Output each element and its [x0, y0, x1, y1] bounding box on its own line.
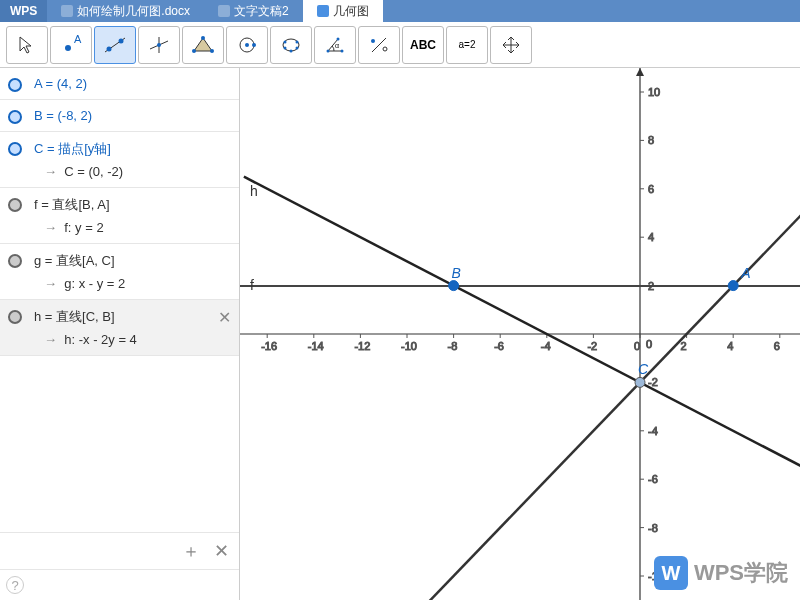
visibility-toggle[interactable] — [8, 254, 22, 268]
svg-text:-2: -2 — [587, 340, 597, 352]
line-label-f: f — [250, 277, 254, 293]
svg-point-10 — [210, 49, 214, 53]
svg-point-16 — [284, 40, 287, 43]
svg-text:-16: -16 — [261, 340, 277, 352]
tab-bar: WPS 如何绘制几何图.docx 文字文稿2 几何图 — [0, 0, 800, 22]
tool-polygon[interactable] — [182, 26, 224, 64]
tool-perpendicular[interactable] — [138, 26, 180, 64]
tool-conic[interactable] — [270, 26, 312, 64]
svg-text:6: 6 — [774, 340, 780, 352]
svg-point-3 — [107, 46, 112, 51]
visibility-toggle[interactable] — [8, 198, 22, 212]
algebra-entry-h[interactable]: h = 直线[C, B]✕→ h: -x - 2y = 4 — [0, 300, 239, 356]
svg-text:-8: -8 — [648, 522, 658, 534]
svg-text:-8: -8 — [448, 340, 458, 352]
svg-point-4 — [119, 38, 124, 43]
tab-geometry[interactable]: 几何图 — [303, 0, 383, 22]
svg-point-22 — [341, 49, 344, 52]
tool-drag[interactable] — [490, 26, 532, 64]
close-icon[interactable]: ✕ — [218, 308, 231, 327]
svg-text:8: 8 — [648, 134, 654, 146]
algebra-entry-b[interactable]: B = (-8, 2) — [0, 100, 239, 132]
app-logo: WPS — [0, 0, 47, 22]
entry-def: C = 描点[y轴] — [34, 141, 111, 156]
svg-text:-10: -10 — [401, 340, 417, 352]
entry-val: h: -x - 2y = 4 — [64, 332, 137, 347]
add-button[interactable]: ＋ — [179, 539, 203, 563]
svg-text:4: 4 — [727, 340, 733, 352]
tool-move[interactable] — [6, 26, 48, 64]
help-icon[interactable]: ? — [6, 576, 24, 594]
tool-circle[interactable] — [226, 26, 268, 64]
svg-marker-32 — [636, 68, 644, 76]
line-label-h: h — [250, 183, 258, 199]
svg-text:10: 10 — [648, 86, 660, 98]
algebra-entry-a[interactable]: A = (4, 2) — [0, 68, 239, 100]
main-area: A = (4, 2) B = (-8, 2) C = 描点[y轴]→ C = (… — [0, 68, 800, 600]
svg-point-13 — [245, 43, 249, 47]
tool-text[interactable]: ABC — [402, 26, 444, 64]
close-button[interactable]: ✕ — [209, 539, 233, 563]
tool-line[interactable] — [94, 26, 136, 64]
tab-doc-1[interactable]: 如何绘制几何图.docx — [47, 0, 204, 22]
point-A[interactable] — [728, 281, 738, 291]
coordinate-plane[interactable]: -16-14-12-10-8-6-4-20246-10-8-6-4-224681… — [240, 68, 800, 600]
doc-icon — [317, 5, 329, 17]
toolbar: A α ABC a=2 — [0, 22, 800, 68]
svg-point-17 — [296, 40, 299, 43]
doc-icon — [61, 5, 73, 17]
visibility-toggle[interactable] — [8, 78, 22, 92]
line-h[interactable] — [244, 177, 800, 467]
svg-text:0: 0 — [634, 340, 640, 352]
tool-reflect[interactable] — [358, 26, 400, 64]
tool-slider[interactable]: a=2 — [446, 26, 488, 64]
visibility-toggle[interactable] — [8, 310, 22, 324]
algebra-sidebar: A = (4, 2) B = (-8, 2) C = 描点[y轴]→ C = (… — [0, 68, 240, 600]
graph-view[interactable]: -16-14-12-10-8-6-4-20246-10-8-6-4-224681… — [240, 68, 800, 600]
entry-def: h = 直线[C, B] — [34, 309, 115, 324]
svg-text:-14: -14 — [308, 340, 324, 352]
algebra-entry-c[interactable]: C = 描点[y轴]→ C = (0, -2) — [0, 132, 239, 188]
sidebar-footer: ＋ ✕ — [0, 532, 239, 569]
svg-point-18 — [290, 49, 293, 52]
entry-def: g = 直线[A, C] — [34, 253, 115, 268]
svg-text:A: A — [74, 35, 82, 45]
svg-text:4: 4 — [648, 231, 654, 243]
entry-val: f: y = 2 — [64, 220, 103, 235]
svg-point-0 — [65, 45, 71, 51]
algebra-entry-g[interactable]: g = 直线[A, C]→ g: x - y = 2 — [0, 244, 239, 300]
algebra-entry-f[interactable]: f = 直线[B, A]→ f: y = 2 — [0, 188, 239, 244]
app-logo-text: WPS — [10, 4, 37, 18]
entry-val: C = (0, -2) — [64, 164, 123, 179]
watermark-logo-icon: W — [654, 556, 688, 590]
svg-text:α: α — [335, 42, 339, 49]
entry-val: g: x - y = 2 — [64, 276, 125, 291]
point-label-B: B — [452, 265, 461, 281]
entry-def: B = (-8, 2) — [34, 108, 92, 123]
visibility-toggle[interactable] — [8, 142, 22, 156]
svg-point-19 — [284, 46, 287, 49]
point-C[interactable] — [635, 377, 645, 387]
watermark-text: WPS学院 — [694, 558, 788, 588]
svg-point-14 — [252, 43, 256, 47]
svg-text:-6: -6 — [648, 473, 658, 485]
svg-text:6: 6 — [648, 183, 654, 195]
tool-point[interactable]: A — [50, 26, 92, 64]
tab-label: 文字文稿2 — [234, 3, 289, 20]
svg-text:-12: -12 — [354, 340, 370, 352]
svg-text:-6: -6 — [494, 340, 504, 352]
visibility-toggle[interactable] — [8, 110, 22, 124]
tab-doc-2[interactable]: 文字文稿2 — [204, 0, 303, 22]
point-B[interactable] — [449, 281, 459, 291]
svg-point-11 — [192, 49, 196, 53]
point-label-C: C — [638, 361, 649, 377]
svg-point-21 — [327, 49, 330, 52]
algebra-list: A = (4, 2) B = (-8, 2) C = 描点[y轴]→ C = (… — [0, 68, 239, 532]
svg-text:2: 2 — [681, 340, 687, 352]
tool-angle[interactable]: α — [314, 26, 356, 64]
tab-label: 如何绘制几何图.docx — [77, 3, 190, 20]
help-row[interactable]: ? — [0, 569, 239, 600]
svg-point-23 — [337, 37, 340, 40]
doc-icon — [218, 5, 230, 17]
svg-point-20 — [296, 46, 299, 49]
